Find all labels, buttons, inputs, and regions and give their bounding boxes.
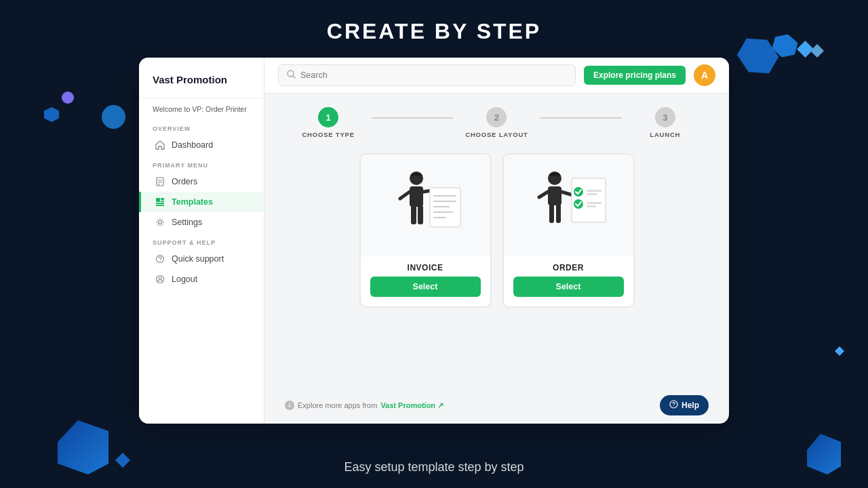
help-circle-icon bbox=[669, 400, 678, 411]
svg-rect-5 bbox=[161, 198, 164, 200]
sidebar-welcome: Welcome to VP: Order Printer bbox=[139, 98, 264, 119]
avatar-button[interactable]: A bbox=[694, 64, 715, 86]
home-icon bbox=[155, 140, 165, 150]
svg-point-41 bbox=[670, 401, 677, 408]
sidebar-support-section: SUPPORT & HELP bbox=[139, 232, 264, 249]
step-3-label: LAUNCH bbox=[650, 131, 680, 138]
sidebar-settings-label: Settings bbox=[172, 218, 202, 227]
step-3-circle: 3 bbox=[655, 107, 675, 127]
svg-rect-19 bbox=[418, 205, 423, 224]
type-cards-row: INVOICE Select bbox=[285, 153, 709, 308]
svg-rect-30 bbox=[549, 204, 554, 223]
bg-dot-1 bbox=[44, 107, 59, 122]
search-bar-container bbox=[278, 64, 576, 86]
content-footer: i Explore more apps from Vast Promotion … bbox=[264, 387, 729, 424]
search-icon bbox=[287, 69, 296, 81]
sidebar-item-quick-support[interactable]: Quick support bbox=[139, 249, 264, 269]
bg-circle-1 bbox=[62, 92, 74, 104]
footer-explore-text: Explore more apps from bbox=[298, 401, 377, 409]
content-area: Explore pricing plans A 1 CHOOSE TYPE 2 … bbox=[264, 58, 729, 424]
steps-container: 1 CHOOSE TYPE 2 CHOOSE LAYOUT 3 LAUNCH bbox=[285, 107, 709, 138]
sidebar-item-dashboard[interactable]: Dashboard bbox=[139, 135, 264, 155]
svg-rect-36 bbox=[587, 190, 601, 192]
help-button[interactable]: Help bbox=[660, 395, 709, 415]
order-card[interactable]: ORDER Select bbox=[502, 153, 635, 308]
info-icon: i bbox=[285, 401, 294, 410]
sidebar-quick-support-label: Quick support bbox=[172, 254, 224, 264]
svg-rect-4 bbox=[156, 198, 160, 202]
sidebar-item-logout[interactable]: Logout bbox=[139, 269, 264, 289]
order-card-label: ORDER bbox=[504, 256, 633, 277]
svg-point-13 bbox=[159, 277, 161, 280]
svg-rect-29 bbox=[548, 186, 561, 205]
sidebar-dashboard-label: Dashboard bbox=[172, 140, 213, 150]
order-select-button[interactable]: Select bbox=[513, 277, 624, 297]
invoice-card[interactable]: INVOICE Select bbox=[359, 153, 492, 308]
step-1: 1 CHOOSE TYPE bbox=[285, 107, 372, 138]
explore-pricing-button[interactable]: Explore pricing plans bbox=[584, 66, 686, 85]
sidebar-brand: Vast Promotion bbox=[139, 71, 264, 98]
sidebar-templates-label: Templates bbox=[172, 197, 213, 207]
vast-promotion-link[interactable]: Vast Promotion ↗ bbox=[380, 401, 443, 410]
footer-info: i Explore more apps from Vast Promotion … bbox=[285, 401, 443, 410]
sidebar-item-settings[interactable]: Settings bbox=[139, 212, 264, 232]
sidebar-orders-label: Orders bbox=[172, 177, 197, 186]
sidebar-logout-label: Logout bbox=[172, 274, 197, 284]
sidebar-item-orders[interactable]: Orders bbox=[139, 171, 264, 192]
sidebar-primary-section: PRIMARY MENU bbox=[139, 155, 264, 171]
logout-icon bbox=[155, 274, 165, 285]
sidebar-item-templates[interactable]: Templates bbox=[139, 192, 264, 212]
svg-rect-18 bbox=[411, 205, 416, 224]
step-1-circle: 1 bbox=[318, 107, 338, 127]
svg-point-11 bbox=[159, 261, 160, 262]
step-2-label: CHOOSE LAYOUT bbox=[465, 131, 528, 138]
help-label: Help bbox=[682, 401, 699, 410]
svg-point-9 bbox=[159, 221, 162, 224]
svg-line-15 bbox=[293, 76, 295, 78]
quick-support-icon bbox=[155, 253, 165, 264]
svg-rect-8 bbox=[156, 205, 164, 206]
orders-icon bbox=[155, 176, 165, 187]
bg-circle-2 bbox=[102, 105, 125, 129]
search-input[interactable] bbox=[300, 70, 567, 80]
svg-rect-40 bbox=[587, 205, 596, 207]
page-title: CREATE BY STEP bbox=[0, 19, 868, 44]
svg-line-32 bbox=[539, 192, 548, 197]
external-link-icon: ↗ bbox=[437, 401, 443, 409]
svg-rect-39 bbox=[587, 202, 601, 204]
templates-icon bbox=[155, 197, 165, 207]
svg-rect-6 bbox=[161, 201, 164, 202]
invoice-card-label: INVOICE bbox=[361, 256, 490, 277]
svg-line-20 bbox=[400, 192, 410, 199]
bg-dot-bottom-right bbox=[835, 346, 844, 356]
svg-rect-7 bbox=[156, 203, 164, 204]
step-connector-1 bbox=[372, 117, 453, 119]
main-body: 1 CHOOSE TYPE 2 CHOOSE LAYOUT 3 LAUNCH bbox=[264, 94, 729, 387]
step-2-circle: 2 bbox=[486, 107, 507, 127]
main-card: Vast Promotion Welcome to VP: Order Prin… bbox=[139, 58, 729, 424]
invoice-select-button[interactable]: Select bbox=[370, 277, 481, 297]
page-subtitle: Easy setup template step by step bbox=[0, 460, 868, 474]
step-3: 3 LAUNCH bbox=[622, 107, 709, 138]
bg-gem-4 bbox=[810, 44, 824, 58]
header: Explore pricing plans A bbox=[264, 58, 729, 94]
step-connector-2 bbox=[540, 117, 622, 119]
svg-rect-31 bbox=[556, 204, 561, 223]
order-illustration bbox=[504, 155, 633, 256]
invoice-illustration bbox=[361, 155, 490, 256]
step-1-label: CHOOSE TYPE bbox=[302, 131, 354, 138]
step-2: 2 CHOOSE LAYOUT bbox=[453, 107, 540, 138]
settings-icon bbox=[155, 217, 165, 228]
sidebar-overview-section: OVERVIEW bbox=[139, 119, 264, 135]
sidebar: Vast Promotion Welcome to VP: Order Prin… bbox=[139, 58, 264, 424]
svg-rect-37 bbox=[587, 193, 597, 195]
svg-point-42 bbox=[673, 406, 674, 407]
svg-rect-17 bbox=[410, 186, 423, 207]
